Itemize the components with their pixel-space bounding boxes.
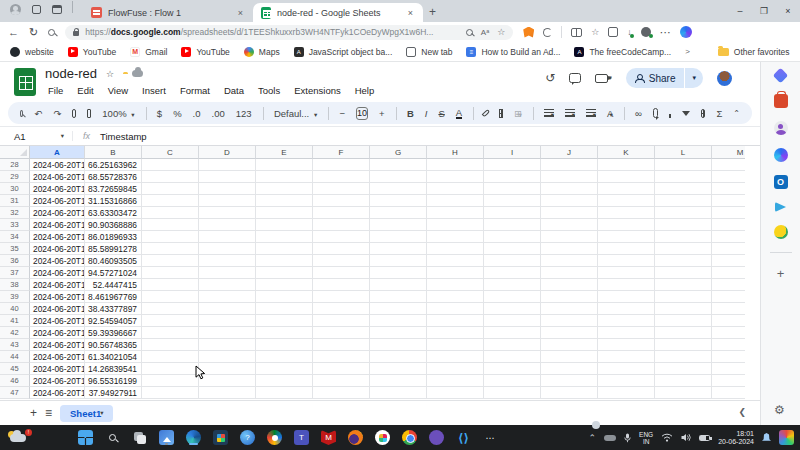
cell-D32[interactable]: [199, 207, 256, 219]
cell-H32[interactable]: [427, 207, 484, 219]
cell-K30[interactable]: [598, 183, 655, 195]
all-sheets-icon[interactable]: ≡: [45, 406, 52, 420]
cell-M47[interactable]: [712, 387, 745, 399]
row-header-30[interactable]: 30: [0, 183, 30, 195]
font-select[interactable]: Defaul... ▾: [274, 108, 317, 119]
cell-I35[interactable]: [484, 243, 541, 255]
cell-B40[interactable]: 38.43377897: [85, 303, 142, 315]
cell-H47[interactable]: [427, 387, 484, 399]
cell-J34[interactable]: [541, 231, 598, 243]
cell-F40[interactable]: [313, 303, 370, 315]
cell-I46[interactable]: [484, 375, 541, 387]
row-header-40[interactable]: 40: [0, 303, 30, 315]
cell-I29[interactable]: [484, 171, 541, 183]
cell-D37[interactable]: [199, 267, 256, 279]
wifi-icon[interactable]: [661, 433, 673, 442]
sidebar-game-icon[interactable]: [774, 225, 788, 239]
taskbar-more-icon[interactable]: ⋯: [483, 430, 498, 445]
name-box[interactable]: A1▾: [0, 131, 72, 142]
cell-F42[interactable]: [313, 327, 370, 339]
browser-profile-icon[interactable]: [10, 4, 21, 15]
cell-L44[interactable]: [655, 351, 712, 363]
favorites-overflow-icon[interactable]: >: [685, 47, 690, 56]
cell-A30[interactable]: 2024-06-20T12:: [30, 183, 85, 195]
cell-J32[interactable]: [541, 207, 598, 219]
workspaces-icon[interactable]: [30, 4, 42, 16]
cell-I41[interactable]: [484, 315, 541, 327]
fill-color-icon[interactable]: [482, 109, 490, 117]
cell-E38[interactable]: [256, 279, 313, 291]
share-button[interactable]: Share ▾: [626, 68, 703, 88]
decrease-font-size-button[interactable]: −: [339, 108, 345, 119]
cell-L32[interactable]: [655, 207, 712, 219]
row-header-39[interactable]: 39: [0, 291, 30, 303]
cell-F32[interactable]: [313, 207, 370, 219]
cell-F41[interactable]: [313, 315, 370, 327]
row-header-45[interactable]: 45: [0, 363, 30, 375]
tab-close-icon[interactable]: ×: [236, 8, 245, 18]
menu-help[interactable]: Help: [350, 84, 380, 97]
cell-D43[interactable]: [199, 339, 256, 351]
notifications-bell-icon[interactable]: [762, 433, 771, 442]
cell-E44[interactable]: [256, 351, 313, 363]
cell-G36[interactable]: [370, 255, 427, 267]
cell-J31[interactable]: [541, 195, 598, 207]
increase-font-size-button[interactable]: +: [379, 108, 385, 119]
cell-I47[interactable]: [484, 387, 541, 399]
sheet-tab-dropdown-icon[interactable]: ▾: [100, 409, 103, 417]
cell-I37[interactable]: [484, 267, 541, 279]
cell-D31[interactable]: [199, 195, 256, 207]
cell-B34[interactable]: 86.01896933: [85, 231, 142, 243]
cell-I30[interactable]: [484, 183, 541, 195]
cell-B29[interactable]: 68.55728376: [85, 171, 142, 183]
add-sheet-button[interactable]: +: [30, 406, 37, 420]
cell-L37[interactable]: [655, 267, 712, 279]
cell-C47[interactable]: [142, 387, 199, 399]
cell-H40[interactable]: [427, 303, 484, 315]
cell-C46[interactable]: [142, 375, 199, 387]
window-restore-button[interactable]: ❐: [752, 0, 776, 22]
favorite-youtube-2[interactable]: YouTube: [181, 47, 229, 57]
cell-D28[interactable]: [199, 159, 256, 171]
cell-F37[interactable]: [313, 267, 370, 279]
metamask-extension-icon[interactable]: [523, 27, 534, 38]
cell-D36[interactable]: [199, 255, 256, 267]
cell-B41[interactable]: 92.54594057: [85, 315, 142, 327]
cell-J33[interactable]: [541, 219, 598, 231]
password-manager-icon[interactable]: [641, 27, 651, 37]
menu-view[interactable]: View: [103, 84, 133, 97]
undo-icon[interactable]: ↶: [34, 108, 42, 119]
taskbar-corner-icon[interactable]: [779, 430, 794, 445]
format-currency-icon[interactable]: $: [157, 108, 162, 119]
cell-E43[interactable]: [256, 339, 313, 351]
cell-M28[interactable]: [712, 159, 745, 171]
row-header-35[interactable]: 35: [0, 243, 30, 255]
cell-F31[interactable]: [313, 195, 370, 207]
cell-K38[interactable]: [598, 279, 655, 291]
table-views-icon[interactable]: [701, 109, 705, 118]
cell-J40[interactable]: [541, 303, 598, 315]
cell-M41[interactable]: [712, 315, 745, 327]
battery-icon[interactable]: [699, 435, 710, 441]
cell-M39[interactable]: [712, 291, 745, 303]
onedrive-icon[interactable]: [604, 435, 616, 441]
c-extension-icon[interactable]: [543, 28, 552, 37]
tray-expand-icon[interactable]: ⌃: [589, 433, 597, 443]
meet-icon[interactable]: [595, 74, 608, 83]
cell-M46[interactable]: [712, 375, 745, 387]
cell-E29[interactable]: [256, 171, 313, 183]
cell-I28[interactable]: [484, 159, 541, 171]
cell-A41[interactable]: 2024-06-20T12:: [30, 315, 85, 327]
zoom-page-icon[interactable]: [466, 29, 473, 36]
favorite-new-tab[interactable]: New tab: [406, 47, 452, 57]
row-header-44[interactable]: 44: [0, 351, 30, 363]
column-header-J[interactable]: J: [541, 146, 598, 159]
favorite-website[interactable]: website: [10, 47, 54, 57]
cell-J29[interactable]: [541, 171, 598, 183]
cell-C40[interactable]: [142, 303, 199, 315]
cell-H36[interactable]: [427, 255, 484, 267]
cell-I40[interactable]: [484, 303, 541, 315]
cell-E40[interactable]: [256, 303, 313, 315]
back-icon[interactable]: ←: [8, 26, 19, 38]
cell-J37[interactable]: [541, 267, 598, 279]
